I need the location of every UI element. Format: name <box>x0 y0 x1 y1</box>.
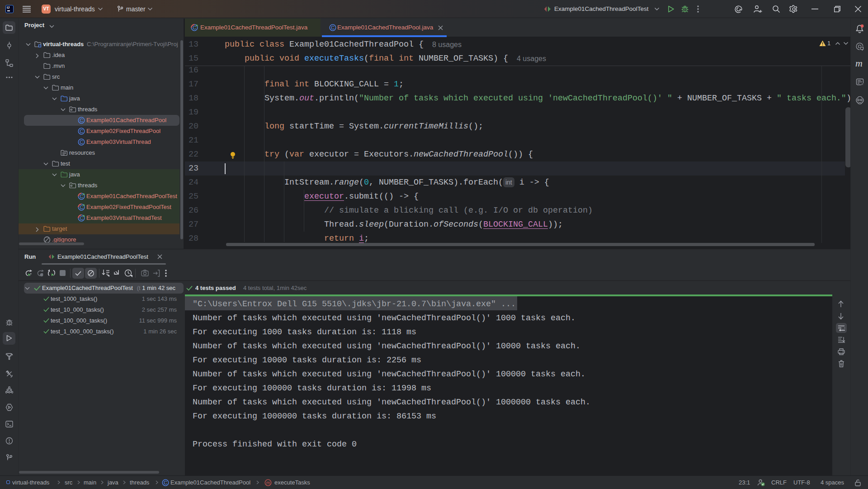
svg-text:C: C <box>164 480 167 485</box>
svg-text:C: C <box>80 128 83 134</box>
svg-text:C: C <box>80 215 83 221</box>
svg-text:C: C <box>331 25 335 30</box>
svg-text:C: C <box>193 25 196 30</box>
svg-text:C: C <box>80 139 83 145</box>
svg-text:C: C <box>80 204 83 210</box>
svg-text:C: C <box>80 118 83 123</box>
svg-text:m: m <box>266 480 270 485</box>
svg-text:C: C <box>80 194 83 199</box>
